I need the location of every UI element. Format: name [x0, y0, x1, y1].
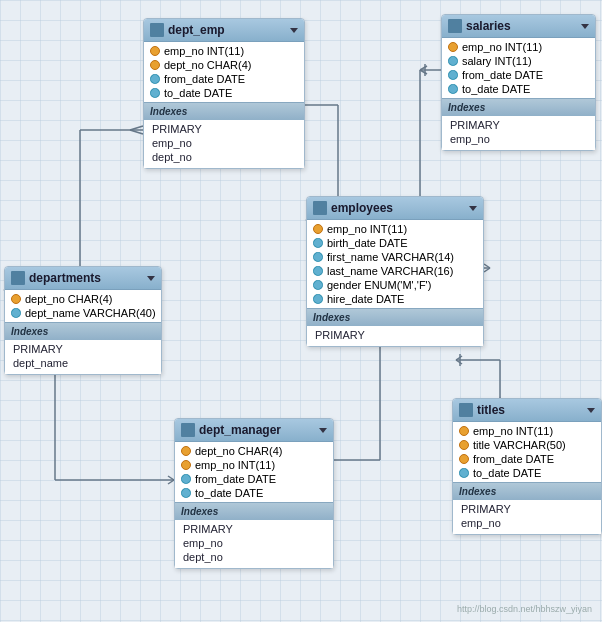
indexes-content: PRIMARY emp_no: [442, 116, 595, 150]
indexes-label: Indexes: [11, 326, 48, 337]
index-row: emp_no: [152, 136, 296, 150]
chevron-down-icon[interactable]: [587, 408, 595, 413]
table-name: employees: [331, 201, 465, 215]
field-row: first_name VARCHAR(14): [307, 250, 483, 264]
index-row: PRIMARY: [461, 502, 593, 516]
table-icon: [313, 201, 327, 215]
field-row: title VARCHAR(50): [453, 438, 601, 452]
key-icon: [459, 454, 469, 464]
field-text: birth_date DATE: [327, 237, 408, 249]
indexes-content: PRIMARY: [307, 326, 483, 346]
indexes-label: Indexes: [448, 102, 485, 113]
diamond-icon: [179, 486, 193, 500]
field-text: to_date DATE: [164, 87, 232, 99]
field-text: to_date DATE: [462, 83, 530, 95]
diamond-icon: [446, 54, 460, 68]
table-name: salaries: [466, 19, 577, 33]
field-row: dept_name VARCHAR(40): [5, 306, 161, 320]
field-text: emp_no INT(11): [327, 223, 407, 235]
table-header-dept-emp: dept_emp: [144, 19, 304, 42]
chevron-down-icon[interactable]: [290, 28, 298, 33]
index-row: dept_no: [152, 150, 296, 164]
index-row: dept_no: [183, 550, 325, 564]
chevron-down-icon[interactable]: [319, 428, 327, 433]
indexes-header: Indexes: [5, 322, 161, 340]
index-row: PRIMARY: [13, 342, 153, 356]
table-departments: departments dept_no CHAR(4) dept_name VA…: [4, 266, 162, 375]
diamond-icon: [148, 86, 162, 100]
indexes-header: Indexes: [144, 102, 304, 120]
field-text: emp_no INT(11): [164, 45, 244, 57]
index-row: emp_no: [461, 516, 593, 530]
table-icon: [448, 19, 462, 33]
field-row: from_date DATE: [442, 68, 595, 82]
field-text: to_date DATE: [195, 487, 263, 499]
indexes-header: Indexes: [175, 502, 333, 520]
field-row: to_date DATE: [144, 86, 304, 100]
key-icon: [313, 224, 323, 234]
field-text: first_name VARCHAR(14): [327, 251, 454, 263]
svg-line-26: [484, 268, 490, 272]
field-row: from_date DATE: [175, 472, 333, 486]
table-header-salaries: salaries: [442, 15, 595, 38]
field-row: emp_no INT(11): [442, 40, 595, 54]
svg-line-22: [420, 70, 427, 74]
field-row: to_date DATE: [453, 466, 601, 480]
diamond-icon: [179, 472, 193, 486]
field-text: title VARCHAR(50): [473, 439, 566, 451]
svg-line-21: [420, 66, 427, 70]
diamond-icon: [446, 82, 460, 96]
field-list: dept_no CHAR(4) dept_name VARCHAR(40): [5, 290, 161, 322]
diamond-icon: [311, 278, 325, 292]
index-row: PRIMARY: [315, 328, 475, 342]
index-row: PRIMARY: [450, 118, 587, 132]
table-name: titles: [477, 403, 583, 417]
chevron-down-icon[interactable]: [469, 206, 477, 211]
indexes-label: Indexes: [313, 312, 350, 323]
diamond-icon: [311, 236, 325, 250]
field-list: emp_no INT(11) birth_date DATE first_nam…: [307, 220, 483, 308]
field-row: salary INT(11): [442, 54, 595, 68]
index-row: emp_no: [183, 536, 325, 550]
field-row: hire_date DATE: [307, 292, 483, 306]
chevron-down-icon[interactable]: [147, 276, 155, 281]
field-row: dept_no CHAR(4): [144, 58, 304, 72]
key-icon: [11, 294, 21, 304]
indexes-label: Indexes: [150, 106, 187, 117]
key-icon: [150, 46, 160, 56]
indexes-content: PRIMARY emp_no dept_no: [175, 520, 333, 568]
index-row: emp_no: [450, 132, 587, 146]
table-icon: [150, 23, 164, 37]
field-list: emp_no INT(11) title VARCHAR(50) from_da…: [453, 422, 601, 482]
field-row: last_name VARCHAR(16): [307, 264, 483, 278]
field-row: birth_date DATE: [307, 236, 483, 250]
diamond-icon: [446, 68, 460, 82]
field-row: emp_no INT(11): [144, 44, 304, 58]
field-text: from_date DATE: [473, 453, 554, 465]
field-list: emp_no INT(11) salary INT(11) from_date …: [442, 38, 595, 98]
diamond-icon: [311, 250, 325, 264]
table-icon: [181, 423, 195, 437]
field-row: from_date DATE: [144, 72, 304, 86]
field-list: emp_no INT(11) dept_no CHAR(4) from_date…: [144, 42, 304, 102]
field-text: emp_no INT(11): [462, 41, 542, 53]
indexes-content: PRIMARY emp_no: [453, 500, 601, 534]
indexes-content: PRIMARY emp_no dept_no: [144, 120, 304, 168]
index-row: PRIMARY: [152, 122, 296, 136]
field-row: emp_no INT(11): [175, 458, 333, 472]
key-icon: [448, 42, 458, 52]
table-salaries: salaries emp_no INT(11) salary INT(11) f…: [441, 14, 596, 151]
field-text: dept_no CHAR(4): [164, 59, 251, 71]
key-icon: [150, 60, 160, 70]
chevron-down-icon[interactable]: [581, 24, 589, 29]
field-row: emp_no INT(11): [307, 222, 483, 236]
svg-line-3: [130, 126, 143, 130]
indexes-header: Indexes: [442, 98, 595, 116]
table-header-titles: titles: [453, 399, 601, 422]
field-text: dept_no CHAR(4): [195, 445, 282, 457]
field-text: gender ENUM('M','F'): [327, 279, 431, 291]
field-text: to_date DATE: [473, 467, 541, 479]
index-row: PRIMARY: [183, 522, 325, 536]
field-row: dept_no CHAR(4): [175, 444, 333, 458]
indexes-header: Indexes: [307, 308, 483, 326]
